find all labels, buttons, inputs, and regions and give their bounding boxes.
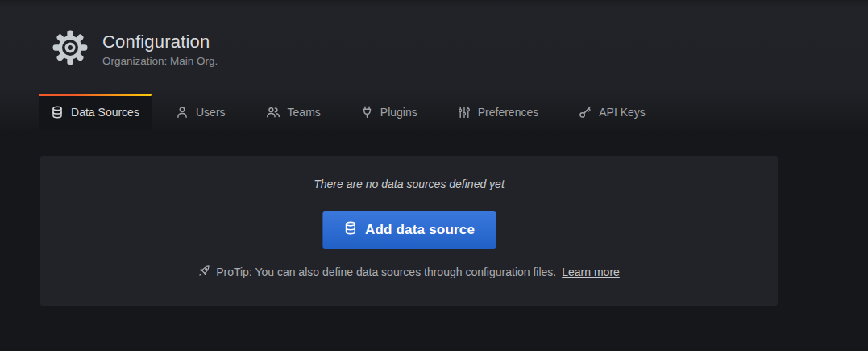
add-data-source-button[interactable]: Add data source bbox=[322, 211, 496, 249]
protip-text: ProTip: You can also define data sources… bbox=[216, 265, 556, 278]
empty-state-message: There are no data sources defined yet bbox=[40, 178, 778, 190]
database-icon bbox=[51, 106, 64, 119]
page-subtitle: Organization: Main Org. bbox=[102, 55, 218, 67]
users-icon bbox=[266, 106, 280, 119]
page-content: There are no data sources defined yet Ad… bbox=[0, 130, 868, 351]
add-data-source-label: Add data source bbox=[365, 222, 475, 238]
key-icon bbox=[579, 106, 592, 119]
empty-list-card: There are no data sources defined yet Ad… bbox=[40, 156, 778, 306]
tab-label: API Keys bbox=[599, 106, 646, 119]
header-titles: Configuration Organization: Main Org. bbox=[102, 31, 218, 67]
gear-icon bbox=[52, 29, 89, 66]
tab-teams[interactable]: Teams bbox=[250, 94, 337, 130]
tab-api-keys[interactable]: API Keys bbox=[563, 94, 662, 130]
tab-data-sources[interactable]: Data Sources bbox=[39, 94, 152, 130]
tab-label: Data Sources bbox=[71, 106, 139, 119]
tab-plugins[interactable]: Plugins bbox=[345, 94, 434, 130]
user-icon bbox=[176, 106, 189, 119]
tabbar: Data Sources Users bbox=[39, 94, 662, 130]
page-header: Configuration Organization: Main Org. Da… bbox=[0, 0, 868, 130]
configuration-page: Configuration Organization: Main Org. Da… bbox=[0, 0, 868, 351]
tab-label: Plugins bbox=[380, 106, 417, 119]
tab-label: Users bbox=[196, 106, 226, 119]
protip-line: ProTip: You can also define data sources… bbox=[40, 265, 778, 279]
tab-label: Preferences bbox=[478, 106, 538, 119]
learn-more-link[interactable]: Learn more bbox=[562, 265, 620, 278]
page-title: Configuration bbox=[102, 31, 218, 52]
sliders-icon bbox=[458, 106, 471, 119]
tab-preferences[interactable]: Preferences bbox=[442, 94, 554, 130]
database-icon bbox=[343, 221, 357, 239]
plug-icon bbox=[361, 106, 373, 119]
rocket-icon bbox=[198, 265, 210, 279]
tab-label: Teams bbox=[288, 106, 321, 119]
tab-users[interactable]: Users bbox=[160, 94, 242, 130]
